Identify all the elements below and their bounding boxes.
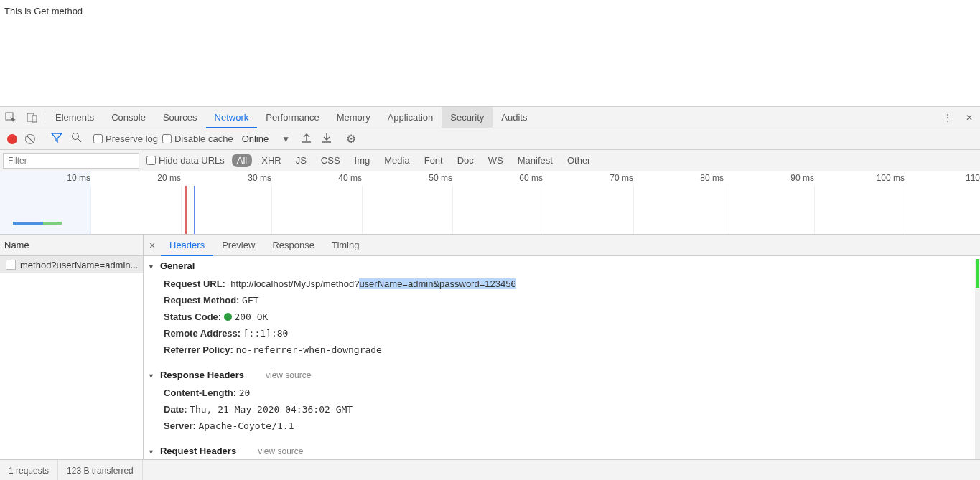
type-filter-row: All XHR JS CSS Img Media Font Doc WS Man… bbox=[232, 154, 596, 167]
filter-img[interactable]: Img bbox=[350, 154, 375, 167]
headers-body: General Request URL: http://localhost/My… bbox=[144, 256, 980, 459]
filter-js[interactable]: JS bbox=[291, 154, 312, 167]
tab-performance[interactable]: Performance bbox=[257, 107, 327, 128]
tl-label: 60 ms bbox=[519, 173, 543, 183]
timeline-ruler: 10 ms 20 ms 30 ms 40 ms 50 ms 60 ms 70 m… bbox=[0, 171, 980, 186]
tl-label: 110 bbox=[966, 173, 980, 183]
tl-label: 100 ms bbox=[877, 173, 905, 183]
tl-label: 90 ms bbox=[790, 173, 814, 183]
tab-application[interactable]: Application bbox=[379, 107, 442, 128]
kebab-menu-icon[interactable]: ⋮ bbox=[937, 107, 958, 128]
tab-sources[interactable]: Sources bbox=[154, 107, 206, 128]
kv-referrer-policy: Referrer Policy: no-referrer-when-downgr… bbox=[144, 342, 980, 358]
kv-request-url: Request URL: http://localhost/MyJsp/meth… bbox=[144, 276, 980, 292]
tab-audits[interactable]: Audits bbox=[493, 107, 536, 128]
tl-label: 10 ms bbox=[67, 173, 90, 183]
request-list-header[interactable]: Name bbox=[0, 235, 143, 256]
request-list-panel: Name method?userName=admin... bbox=[0, 235, 144, 459]
network-toolbar: ⃠ Preserve log Disable cache Online ▼ ⚙ bbox=[0, 128, 980, 150]
preserve-log-input[interactable] bbox=[93, 134, 103, 143]
kv-status-code: Status Code: 200 OK bbox=[144, 309, 980, 325]
devtools-panel: Elements Console Sources Network Perform… bbox=[0, 106, 980, 480]
tl-label: 30 ms bbox=[248, 173, 271, 183]
disable-cache-label: Disable cache bbox=[174, 133, 233, 144]
svg-point-3 bbox=[73, 133, 79, 140]
section-response-headers[interactable]: Response Headers view source bbox=[144, 365, 980, 385]
view-source-link[interactable]: view source bbox=[266, 370, 311, 380]
clear-icon[interactable]: ⃠ bbox=[24, 133, 40, 145]
tab-network[interactable]: Network bbox=[206, 107, 258, 128]
chevron-down-icon[interactable]: ▼ bbox=[281, 134, 290, 144]
scrollbar[interactable] bbox=[975, 259, 980, 459]
hide-data-urls-label: Hide data URLs bbox=[159, 155, 225, 166]
inspect-icon[interactable] bbox=[0, 107, 22, 128]
network-split: Name method?userName=admin... × Headers … bbox=[0, 235, 980, 459]
filter-media[interactable]: Media bbox=[379, 154, 414, 167]
section-request-headers[interactable]: Request Headers view source bbox=[144, 441, 980, 459]
disclosure-triangle-icon[interactable] bbox=[148, 260, 156, 271]
scrollbar-thumb[interactable] bbox=[976, 259, 979, 288]
filter-manifest[interactable]: Manifest bbox=[513, 154, 558, 167]
filter-all[interactable]: All bbox=[232, 154, 252, 167]
detail-tab-headers[interactable]: Headers bbox=[161, 235, 213, 256]
network-filter-row: Hide data URLs All XHR JS CSS Img Media … bbox=[0, 150, 980, 171]
tab-memory[interactable]: Memory bbox=[328, 107, 379, 128]
request-row-label: method?userName=admin... bbox=[20, 260, 138, 270]
tab-console[interactable]: Console bbox=[103, 107, 154, 128]
hide-data-urls-checkbox[interactable]: Hide data URLs bbox=[146, 155, 225, 166]
timeline-overview[interactable]: 10 ms 20 ms 30 ms 40 ms 50 ms 60 ms 70 m… bbox=[0, 171, 980, 235]
tl-label: 70 ms bbox=[610, 173, 633, 183]
timeline-domcontent-line bbox=[194, 186, 195, 234]
timeline-load-line bbox=[185, 186, 187, 234]
document-icon bbox=[6, 260, 16, 270]
filter-font[interactable]: Font bbox=[419, 154, 448, 167]
tl-label: 20 ms bbox=[157, 173, 181, 183]
filter-other[interactable]: Other bbox=[562, 154, 596, 167]
kv-server: Server: Apache-Coyote/1.1 bbox=[144, 418, 980, 434]
network-footer: 1 requests 123 B transferred bbox=[0, 459, 980, 480]
upload-har-icon[interactable] bbox=[299, 132, 314, 146]
kv-date: Date: Thu, 21 May 2020 04:36:02 GMT bbox=[144, 401, 980, 418]
disclosure-triangle-icon[interactable] bbox=[148, 370, 156, 380]
record-button[interactable] bbox=[7, 134, 17, 144]
preserve-log-checkbox[interactable]: Preserve log bbox=[93, 133, 158, 144]
filter-toggle-icon[interactable] bbox=[49, 132, 65, 146]
device-toggle-icon[interactable] bbox=[22, 107, 43, 128]
detail-tabstrip: × Headers Preview Response Timing bbox=[144, 235, 980, 256]
detail-tab-timing[interactable]: Timing bbox=[323, 235, 368, 256]
download-har-icon[interactable] bbox=[319, 132, 335, 146]
hide-data-urls-input[interactable] bbox=[146, 156, 156, 165]
timeline-bar bbox=[43, 222, 62, 225]
section-general-title: General bbox=[160, 260, 195, 271]
section-response-headers-title: Response Headers bbox=[160, 370, 244, 380]
devtools-tabstrip: Elements Console Sources Network Perform… bbox=[0, 107, 980, 128]
close-details-icon[interactable]: × bbox=[144, 240, 161, 251]
filter-doc[interactable]: Doc bbox=[452, 154, 479, 167]
timeline-bar bbox=[13, 222, 43, 225]
filter-xhr[interactable]: XHR bbox=[256, 154, 286, 167]
disclosure-triangle-icon[interactable] bbox=[148, 446, 156, 456]
disable-cache-checkbox[interactable]: Disable cache bbox=[162, 133, 233, 144]
filter-ws[interactable]: WS bbox=[483, 154, 508, 167]
kv-remote-address: Remote Address: [::1]:80 bbox=[144, 325, 980, 342]
separator bbox=[45, 111, 45, 124]
request-row[interactable]: method?userName=admin... bbox=[0, 256, 143, 273]
svg-line-4 bbox=[78, 139, 81, 142]
view-source-link[interactable]: view source bbox=[258, 446, 303, 456]
throttle-select[interactable]: Online bbox=[242, 133, 281, 144]
tab-security[interactable]: Security bbox=[442, 107, 493, 128]
tab-elements[interactable]: Elements bbox=[47, 107, 103, 128]
kv-request-method: Request Method: GET bbox=[144, 292, 980, 309]
page-body-text: This is Get method bbox=[4, 6, 83, 17]
filter-css[interactable]: CSS bbox=[316, 154, 345, 167]
close-devtools-icon[interactable]: ✕ bbox=[958, 107, 980, 128]
settings-gear-icon[interactable]: ⚙ bbox=[343, 132, 359, 146]
filter-input[interactable] bbox=[3, 153, 139, 169]
disable-cache-input[interactable] bbox=[162, 134, 172, 143]
section-general[interactable]: General bbox=[144, 256, 980, 276]
detail-tab-preview[interactable]: Preview bbox=[213, 235, 263, 256]
tl-label: 50 ms bbox=[429, 173, 452, 183]
search-icon[interactable] bbox=[69, 132, 85, 146]
section-request-headers-title: Request Headers bbox=[160, 446, 236, 456]
detail-tab-response[interactable]: Response bbox=[263, 235, 323, 256]
